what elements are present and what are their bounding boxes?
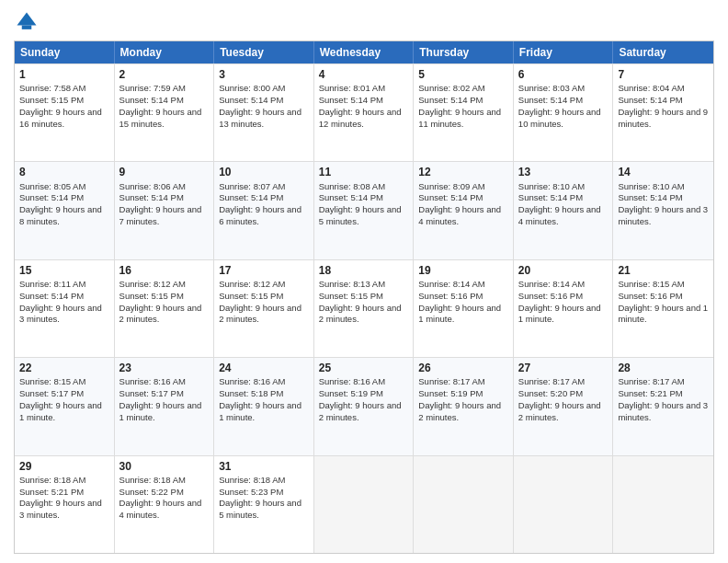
sunrise: Sunrise: 8:14 AM [418, 279, 484, 289]
sunrise: Sunrise: 7:59 AM [119, 83, 186, 93]
sunset: Sunset: 5:16 PM [418, 291, 483, 301]
sunset: Sunset: 5:14 PM [219, 95, 283, 105]
daylight: Daylight: 9 hours and 2 minutes. [418, 400, 501, 422]
sunrise: Sunrise: 8:16 AM [219, 376, 285, 386]
cal-cell: 14Sunrise: 8:10 AMSunset: 5:14 PMDayligh… [613, 162, 713, 259]
sunset: Sunset: 5:21 PM [19, 487, 84, 497]
sunrise: Sunrise: 8:06 AM [119, 181, 186, 191]
sunset: Sunset: 5:14 PM [518, 95, 583, 105]
day-number: 6 [518, 67, 609, 82]
day-number: 16 [119, 263, 210, 278]
day-number: 1 [19, 67, 109, 82]
cal-cell: 15Sunrise: 8:11 AMSunset: 5:14 PMDayligh… [15, 260, 115, 357]
day-header-friday: Friday [514, 41, 614, 63]
day-number: 19 [418, 263, 508, 278]
week-row-1: 1Sunrise: 7:58 AMSunset: 5:15 PMDaylight… [15, 63, 713, 161]
sunrise: Sunrise: 8:10 AM [518, 181, 585, 191]
sunset: Sunset: 5:14 PM [618, 192, 682, 202]
day-number: 21 [618, 263, 709, 278]
daylight: Daylight: 9 hours and 16 minutes. [19, 107, 102, 129]
daylight: Daylight: 9 hours and 7 minutes. [119, 204, 202, 226]
day-number: 17 [219, 263, 309, 278]
cal-cell: 19Sunrise: 8:14 AMSunset: 5:16 PMDayligh… [414, 260, 514, 357]
sunrise: Sunrise: 8:12 AM [119, 279, 186, 289]
calendar: SundayMondayTuesdayWednesdayThursdayFrid… [14, 40, 714, 554]
cal-cell: 10Sunrise: 8:07 AMSunset: 5:14 PMDayligh… [214, 162, 314, 259]
day-number: 4 [319, 67, 409, 82]
sunrise: Sunrise: 8:11 AM [19, 279, 85, 289]
sunset: Sunset: 5:21 PM [618, 388, 682, 398]
day-number: 3 [219, 67, 309, 82]
day-number: 10 [219, 165, 309, 179]
day-number: 14 [618, 165, 709, 179]
svg-marker-0 [17, 13, 37, 26]
daylight: Daylight: 9 hours and 3 minutes. [19, 498, 102, 520]
daylight: Daylight: 9 hours and 5 minutes. [219, 498, 301, 520]
sunrise: Sunrise: 8:18 AM [219, 475, 285, 485]
logo [14, 9, 43, 35]
sunset: Sunset: 5:23 PM [219, 487, 283, 497]
cal-cell: 12Sunrise: 8:09 AMSunset: 5:14 PMDayligh… [414, 162, 514, 259]
sunset: Sunset: 5:22 PM [119, 487, 184, 497]
day-header-thursday: Thursday [414, 41, 514, 63]
daylight: Daylight: 9 hours and 6 minutes. [219, 204, 301, 226]
day-number: 5 [418, 67, 508, 82]
sunset: Sunset: 5:17 PM [19, 388, 84, 398]
sunrise: Sunrise: 8:09 AM [418, 181, 484, 191]
cal-cell: 30Sunrise: 8:18 AMSunset: 5:22 PMDayligh… [115, 456, 215, 553]
daylight: Daylight: 9 hours and 4 minutes. [418, 204, 501, 226]
sunset: Sunset: 5:16 PM [518, 291, 583, 301]
daylight: Daylight: 9 hours and 2 minutes. [319, 303, 402, 325]
day-number: 2 [119, 67, 210, 82]
day-number: 24 [219, 361, 309, 375]
cal-cell: 21Sunrise: 8:15 AMSunset: 5:16 PMDayligh… [613, 260, 713, 357]
day-number: 26 [418, 361, 508, 375]
sunset: Sunset: 5:14 PM [418, 192, 483, 202]
cal-cell [414, 456, 514, 553]
cal-cell: 23Sunrise: 8:16 AMSunset: 5:17 PMDayligh… [115, 358, 215, 454]
cal-cell: 16Sunrise: 8:12 AMSunset: 5:15 PMDayligh… [115, 260, 215, 357]
sunrise: Sunrise: 8:10 AM [618, 181, 684, 191]
cal-cell: 11Sunrise: 8:08 AMSunset: 5:14 PMDayligh… [314, 162, 415, 259]
cal-cell [514, 456, 614, 553]
sunset: Sunset: 5:15 PM [19, 95, 84, 105]
cal-cell: 13Sunrise: 8:10 AMSunset: 5:14 PMDayligh… [514, 162, 614, 259]
day-number: 20 [518, 263, 609, 278]
sunrise: Sunrise: 8:02 AM [418, 83, 484, 93]
cal-cell: 28Sunrise: 8:17 AMSunset: 5:21 PMDayligh… [613, 358, 713, 454]
day-number: 29 [19, 459, 109, 474]
daylight: Daylight: 9 hours and 8 minutes. [19, 204, 102, 226]
cal-cell: 8Sunrise: 8:05 AMSunset: 5:14 PMDaylight… [15, 162, 115, 259]
daylight: Daylight: 9 hours and 12 minutes. [319, 107, 402, 129]
daylight: Daylight: 9 hours and 1 minute. [219, 400, 301, 422]
cal-cell: 26Sunrise: 8:17 AMSunset: 5:19 PMDayligh… [414, 358, 514, 454]
day-number: 15 [19, 263, 109, 278]
day-header-wednesday: Wednesday [314, 41, 415, 63]
sunset: Sunset: 5:17 PM [119, 388, 184, 398]
sunrise: Sunrise: 8:01 AM [319, 83, 385, 93]
day-number: 30 [119, 459, 210, 474]
daylight: Daylight: 9 hours and 3 minutes. [618, 204, 708, 226]
sunset: Sunset: 5:19 PM [418, 388, 483, 398]
cal-cell: 1Sunrise: 7:58 AMSunset: 5:15 PMDaylight… [15, 64, 115, 161]
cal-cell: 7Sunrise: 8:04 AMSunset: 5:14 PMDaylight… [613, 64, 713, 161]
page: SundayMondayTuesdayWednesdayThursdayFrid… [0, 0, 728, 563]
sunrise: Sunrise: 7:58 AM [19, 83, 85, 93]
day-header-tuesday: Tuesday [214, 41, 314, 63]
sunset: Sunset: 5:20 PM [518, 388, 583, 398]
cal-cell: 20Sunrise: 8:14 AMSunset: 5:16 PMDayligh… [514, 260, 614, 357]
svg-rect-1 [22, 26, 32, 29]
week-row-3: 15Sunrise: 8:11 AMSunset: 5:14 PMDayligh… [15, 259, 713, 357]
sunset: Sunset: 5:14 PM [19, 291, 84, 301]
day-number: 23 [119, 361, 210, 375]
sunset: Sunset: 5:15 PM [319, 291, 383, 301]
day-number: 9 [119, 165, 210, 179]
sunrise: Sunrise: 8:14 AM [518, 279, 585, 289]
cal-cell: 6Sunrise: 8:03 AMSunset: 5:14 PMDaylight… [514, 64, 614, 161]
sunrise: Sunrise: 8:05 AM [19, 181, 85, 191]
sunrise: Sunrise: 8:15 AM [618, 279, 684, 289]
calendar-body: 1Sunrise: 7:58 AMSunset: 5:15 PMDaylight… [15, 63, 713, 553]
cal-cell: 5Sunrise: 8:02 AMSunset: 5:14 PMDaylight… [414, 64, 514, 161]
sunset: Sunset: 5:15 PM [119, 291, 184, 301]
day-number: 13 [518, 165, 609, 179]
